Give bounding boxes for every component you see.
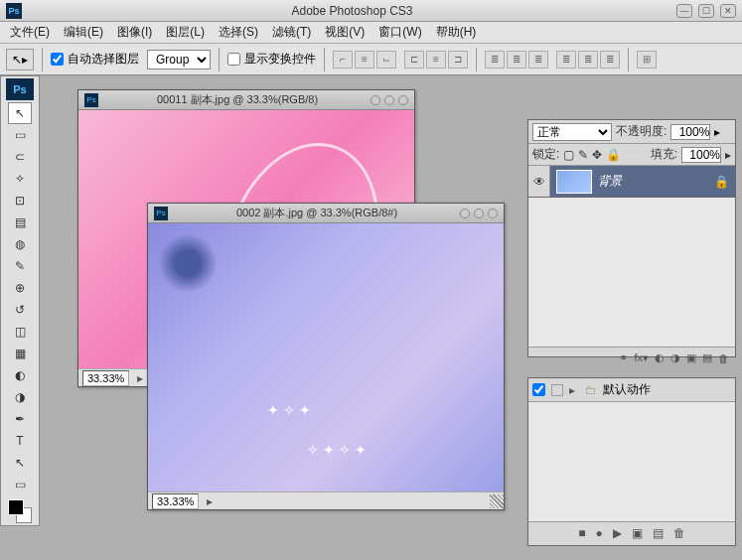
shape-tool[interactable]: ▭ xyxy=(8,474,32,495)
distribute-top-icon[interactable]: ≣ xyxy=(485,51,505,69)
distribute-right-icon[interactable]: ≣ xyxy=(600,51,620,69)
lock-label: 锁定: xyxy=(532,146,559,163)
new-layer-icon[interactable]: ▤ xyxy=(702,351,712,364)
link-layers-icon[interactable]: ⚭ xyxy=(619,351,628,364)
menu-edit[interactable]: 编辑(E) xyxy=(58,22,109,43)
minimize-button[interactable]: — xyxy=(676,4,692,18)
foreground-color[interactable] xyxy=(8,499,24,515)
distribute-bottom-icon[interactable]: ≣ xyxy=(528,51,548,69)
doc-close-icon[interactable] xyxy=(398,95,408,105)
doc-minimize-icon[interactable] xyxy=(460,209,470,218)
current-tool-icon[interactable]: ↖▸ xyxy=(6,49,34,70)
menu-file[interactable]: 文件(E) xyxy=(4,22,56,43)
lasso-tool[interactable]: ⊂ xyxy=(8,146,32,168)
blur-tool[interactable]: ◐ xyxy=(8,364,32,386)
layers-list[interactable] xyxy=(528,198,735,347)
expand-icon[interactable]: ▸ xyxy=(569,383,579,397)
align-bottom-icon[interactable]: ⌙ xyxy=(376,51,396,69)
marquee-tool[interactable]: ▭ xyxy=(8,124,32,146)
distribute-left-icon[interactable]: ≣ xyxy=(556,51,576,69)
eraser-tool[interactable]: ◫ xyxy=(8,321,32,343)
stamp-tool[interactable]: ⊕ xyxy=(8,277,32,299)
menu-window[interactable]: 窗口(W) xyxy=(372,22,427,43)
move-tool[interactable]: ↖ xyxy=(8,102,32,124)
layer-thumbnail[interactable] xyxy=(556,170,592,194)
layer-style-icon[interactable]: fx▾ xyxy=(634,351,649,364)
doc-b-statusbar: 33.33% ▸ xyxy=(148,491,504,509)
actions-list[interactable] xyxy=(528,402,735,521)
action-dialog-toggle[interactable] xyxy=(551,384,563,396)
doc-icon: Ps xyxy=(84,93,98,107)
resize-handle-icon[interactable] xyxy=(490,494,504,508)
show-transform-checkbox[interactable]: 显示变换控件 xyxy=(227,51,316,68)
color-swatch[interactable] xyxy=(8,499,32,523)
menu-view[interactable]: 视图(V) xyxy=(319,22,371,43)
status-arrow-icon[interactable]: ▸ xyxy=(133,371,147,385)
type-tool[interactable]: T xyxy=(8,430,32,452)
doc-a-titlebar[interactable]: Ps 00011 副本.jpg @ 33.3%(RGB/8) xyxy=(78,90,414,110)
delete-action-icon[interactable]: 🗑 xyxy=(673,526,685,540)
distribute-vcenter-icon[interactable]: ≣ xyxy=(507,51,526,69)
doc-maximize-icon[interactable] xyxy=(474,209,484,218)
lock-pixels-icon[interactable]: ✎ xyxy=(578,148,588,162)
align-right-icon[interactable]: ⊐ xyxy=(448,51,468,69)
doc-a-title: 00011 副本.jpg @ 33.3%(RGB/8) xyxy=(104,92,371,107)
doc-b-zoom[interactable]: 33.33% xyxy=(152,493,199,509)
record-icon[interactable]: ● xyxy=(596,526,603,540)
slice-tool[interactable]: ▤ xyxy=(8,211,32,233)
actions-row[interactable]: ▸ 🗀 默认动作 xyxy=(528,378,735,402)
menu-select[interactable]: 选择(S) xyxy=(213,22,264,43)
menu-help[interactable]: 帮助(H) xyxy=(430,22,483,43)
align-top-icon[interactable]: ⌐ xyxy=(333,51,353,69)
doc-minimize-icon[interactable] xyxy=(371,95,380,105)
delete-layer-icon[interactable]: 🗑 xyxy=(718,352,729,364)
layers-footer: ⚭ fx▾ ◐ ◑ ▣ ▤ 🗑 xyxy=(528,347,735,368)
new-set-icon[interactable]: ▣ xyxy=(632,526,643,540)
doc-a-zoom[interactable]: 33.33% xyxy=(82,370,129,386)
doc-b-canvas[interactable]: ✦ ✧ ✦ ✧ ✦ ✧ ✦ xyxy=(148,223,504,491)
heal-tool[interactable]: ◍ xyxy=(8,233,32,255)
distribute-hcenter-icon[interactable]: ≣ xyxy=(578,51,598,69)
path-select-tool[interactable]: ↖ xyxy=(8,452,32,474)
doc-close-icon[interactable] xyxy=(488,209,498,218)
align-hcenter-icon[interactable]: ≡ xyxy=(426,51,446,69)
menu-filter[interactable]: 滤镜(T) xyxy=(266,22,317,43)
dodge-tool[interactable]: ◑ xyxy=(8,386,32,408)
wand-tool[interactable]: ✧ xyxy=(8,168,32,190)
play-icon[interactable]: ▶ xyxy=(613,526,622,540)
maximize-button[interactable]: ☐ xyxy=(698,4,714,18)
lock-position-icon[interactable]: ✥ xyxy=(592,148,602,162)
new-action-icon[interactable]: ▤ xyxy=(653,526,664,540)
stop-icon[interactable]: ■ xyxy=(578,526,585,540)
auto-select-target[interactable]: Group xyxy=(147,50,211,70)
crop-tool[interactable]: ⊡ xyxy=(8,190,32,211)
align-vcenter-icon[interactable]: ≡ xyxy=(355,51,374,69)
history-brush-tool[interactable]: ↺ xyxy=(8,299,32,321)
layer-mask-icon[interactable]: ◐ xyxy=(655,351,665,364)
opacity-input[interactable] xyxy=(670,124,710,140)
adjustment-layer-icon[interactable]: ◑ xyxy=(670,351,680,364)
lock-all-icon[interactable]: 🔒 xyxy=(606,148,621,162)
document-window-b[interactable]: Ps 0002 副本.jpg @ 33.3%(RGB/8#) ✦ ✧ ✦ ✧ ✦… xyxy=(147,203,505,510)
auto-align-icon[interactable]: ⊞ xyxy=(637,51,657,69)
blend-mode-select[interactable]: 正常 xyxy=(532,123,612,141)
brush-tool[interactable]: ✎ xyxy=(8,255,32,277)
doc-b-titlebar[interactable]: Ps 0002 副本.jpg @ 33.3%(RGB/8#) xyxy=(148,204,504,223)
status-arrow-icon[interactable]: ▸ xyxy=(203,494,217,508)
visibility-toggle-icon[interactable]: 👁 xyxy=(528,166,550,197)
lock-transparent-icon[interactable]: ▢ xyxy=(563,148,574,162)
dropdown-icon[interactable]: ▸ xyxy=(714,125,720,139)
doc-maximize-icon[interactable] xyxy=(384,95,394,105)
menu-image[interactable]: 图像(I) xyxy=(111,22,158,43)
pen-tool[interactable]: ✒ xyxy=(8,408,32,430)
fill-input[interactable] xyxy=(681,147,721,163)
dropdown-icon[interactable]: ▸ xyxy=(725,148,731,162)
new-group-icon[interactable]: ▣ xyxy=(686,351,696,364)
align-left-icon[interactable]: ⊏ xyxy=(404,51,424,69)
close-button[interactable]: ✕ xyxy=(720,4,736,18)
gradient-tool[interactable]: ▦ xyxy=(8,343,32,364)
layer-row-background[interactable]: 👁 背景 🔒 xyxy=(528,166,735,198)
action-toggle-checkbox[interactable] xyxy=(532,383,545,396)
menu-layer[interactable]: 图层(L) xyxy=(160,22,211,43)
auto-select-checkbox[interactable]: 自动选择图层 xyxy=(51,51,139,68)
